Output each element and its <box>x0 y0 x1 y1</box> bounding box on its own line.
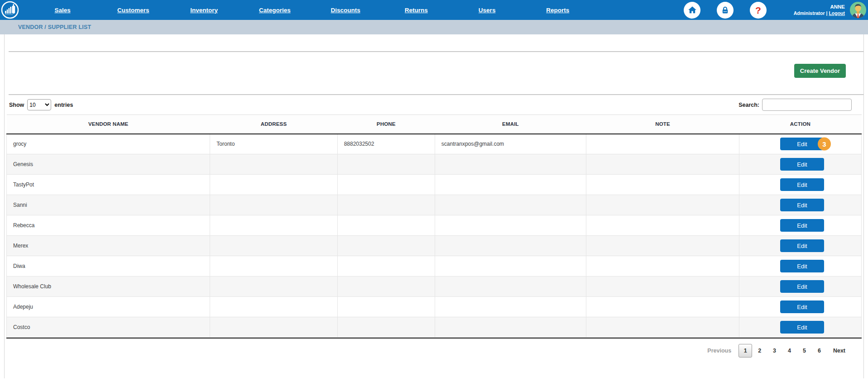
cell-email <box>435 236 586 256</box>
table-row: Wholesale Club Edit <box>7 277 862 297</box>
table-row: Genesis Edit <box>7 154 862 175</box>
cell-note <box>586 236 739 256</box>
cell-vendor-name: Costco <box>7 317 210 338</box>
cell-email <box>435 195 586 215</box>
pagination: Previous 123456 Next <box>5 344 845 358</box>
nav-menu-item[interactable]: Reports <box>523 7 593 14</box>
nav-menu-item[interactable]: Sales <box>27 7 98 14</box>
edit-button[interactable]: Edit <box>780 300 824 313</box>
table-header-row: VENDOR NAME ADDRESS PHONE EMAIL NOTE ACT… <box>7 115 862 134</box>
table-row: TastyPot Edit <box>7 175 862 195</box>
cell-email <box>435 175 586 195</box>
vendor-table: VENDOR NAME ADDRESS PHONE EMAIL NOTE ACT… <box>6 114 862 338</box>
cell-phone: 8882032502 <box>337 134 435 154</box>
cell-action: Edit <box>739 256 861 277</box>
edit-button[interactable]: Edit <box>780 219 824 232</box>
cell-vendor-name: Wholesale Club <box>7 277 210 297</box>
cell-phone <box>337 256 435 277</box>
pagination-page-6[interactable]: 6 <box>812 348 827 354</box>
edit-button[interactable]: Edit <box>780 239 824 252</box>
pagination-page-1[interactable]: 1 <box>739 344 752 358</box>
table-bottom-border <box>6 338 862 339</box>
lock-icon[interactable] <box>717 2 734 19</box>
pagination-page-3[interactable]: 3 <box>767 348 782 354</box>
cell-address <box>210 297 337 317</box>
edit-button[interactable]: Edit <box>780 199 824 211</box>
cell-vendor-name: Diwa <box>7 256 210 277</box>
cell-action: Edit 3 <box>739 134 861 154</box>
column-header-vendor-name: VENDOR NAME <box>7 115 210 134</box>
pagination-previous[interactable]: Previous <box>707 348 731 354</box>
nav-menu-item[interactable]: Customers <box>98 7 168 14</box>
cell-note <box>586 175 739 195</box>
cell-email <box>435 317 586 338</box>
column-header-note: NOTE <box>586 115 739 134</box>
table-row: grocy Toronto 8882032502 scantranxpos@gm… <box>7 134 862 154</box>
app-logo-icon[interactable] <box>1 1 19 19</box>
cell-vendor-name: Adepeju <box>7 297 210 317</box>
breadcrumb: VENDOR / SUPPLIER LIST <box>18 24 91 30</box>
page-size-select[interactable]: 10 <box>27 99 51 110</box>
cell-action: Edit <box>739 277 861 297</box>
help-icon[interactable]: ? <box>750 2 767 19</box>
breadcrumb-bar: VENDOR / SUPPLIER LIST <box>0 20 868 34</box>
show-label: Show <box>9 102 24 108</box>
cell-vendor-name: Sanni <box>7 195 210 215</box>
top-navigation-bar: Sales Customers Inventory Categories Dis… <box>0 0 868 20</box>
cell-note <box>586 256 739 277</box>
column-header-email: EMAIL <box>435 115 586 134</box>
cell-note <box>586 195 739 215</box>
table-row: Merex Edit <box>7 236 862 256</box>
cell-email <box>435 215 586 236</box>
cell-address <box>210 236 337 256</box>
edit-button[interactable]: Edit <box>780 280 824 293</box>
cell-phone <box>337 154 435 175</box>
search-control: Search: <box>739 99 852 111</box>
cell-address <box>210 215 337 236</box>
count-badge: 3 <box>818 138 831 151</box>
cell-vendor-name: Genesis <box>7 154 210 175</box>
edit-button[interactable]: Edit <box>780 158 824 171</box>
cell-email <box>435 277 586 297</box>
cell-action: Edit <box>739 175 861 195</box>
cell-note <box>586 134 739 154</box>
cell-action: Edit <box>739 297 861 317</box>
pagination-page-4[interactable]: 4 <box>782 348 797 354</box>
cell-address <box>210 277 337 297</box>
cell-action: Edit <box>739 154 861 175</box>
home-icon[interactable] <box>684 2 700 19</box>
edit-button[interactable]: Edit <box>780 178 824 191</box>
cell-vendor-name: Merex <box>7 236 210 256</box>
cell-action: Edit <box>739 195 861 215</box>
create-vendor-button[interactable]: Create Vendor <box>794 64 846 78</box>
cell-phone <box>337 175 435 195</box>
cell-email <box>435 256 586 277</box>
nav-menu-item[interactable]: Inventory <box>169 7 240 14</box>
search-input[interactable] <box>762 99 852 111</box>
user-separator: | <box>826 10 828 16</box>
nav-menu: Sales Customers Inventory Categories Dis… <box>27 7 593 14</box>
cell-action: Edit <box>739 317 861 338</box>
cell-phone <box>337 236 435 256</box>
edit-button[interactable]: Edit <box>780 321 824 334</box>
nav-menu-item[interactable]: Returns <box>381 7 451 14</box>
nav-menu-item[interactable]: Users <box>452 7 523 14</box>
user-block: ANNE Administrator | Logout <box>794 4 845 16</box>
table-row: Adepeju Edit <box>7 297 862 317</box>
pagination-next[interactable]: Next <box>833 348 845 354</box>
cell-note <box>586 215 739 236</box>
nav-menu-item[interactable]: Discounts <box>310 7 381 14</box>
table-row: Costco Edit <box>7 317 862 338</box>
nav-menu-item[interactable]: Categories <box>240 7 310 14</box>
help-question-glyph: ? <box>755 5 761 15</box>
entries-label: entries <box>54 102 73 108</box>
logout-link[interactable]: Logout <box>829 10 845 16</box>
vendor-table-body: grocy Toronto 8882032502 scantranxpos@gm… <box>7 134 862 338</box>
cell-address <box>210 154 337 175</box>
pagination-page-2[interactable]: 2 <box>752 348 767 354</box>
pagination-page-5[interactable]: 5 <box>797 348 812 354</box>
edit-button[interactable]: Edit <box>780 260 824 272</box>
content-panel: Create Vendor Show 10 entries Search: VE… <box>4 34 864 378</box>
cell-phone <box>337 297 435 317</box>
vendor-table-wrap: VENDOR NAME ADDRESS PHONE EMAIL NOTE ACT… <box>6 114 862 338</box>
